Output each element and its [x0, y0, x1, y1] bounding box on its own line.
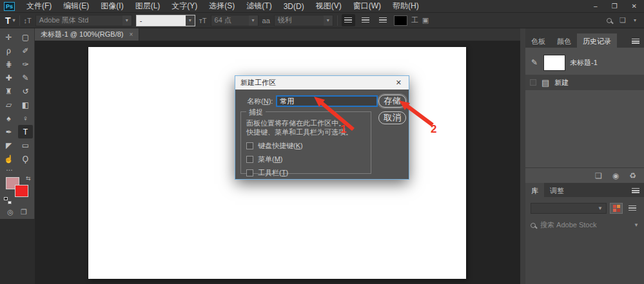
- clone-stamp-tool[interactable]: ♜: [1, 84, 16, 98]
- history-source-well[interactable]: [530, 79, 536, 86]
- delete-state-icon[interactable]: ♻: [629, 171, 636, 180]
- chevron-down-icon: ▼: [598, 205, 603, 211]
- toolbar-option[interactable]: 工具栏(T): [246, 169, 371, 177]
- library-select[interactable]: ▼: [531, 203, 607, 214]
- keyboard-shortcuts-option[interactable]: 键盘快捷键(K): [246, 142, 371, 150]
- menu-window[interactable]: 窗口(W): [347, 1, 387, 12]
- restore-button[interactable]: ❐: [605, 3, 625, 10]
- dodge-tool[interactable]: ♀: [18, 111, 33, 125]
- font-style-select[interactable]: - ▾: [136, 15, 195, 26]
- menu-view[interactable]: 视图(V): [310, 1, 347, 12]
- history-panel: ✎ 未标题-1 ▤ 新建: [525, 48, 644, 167]
- text-color-swatch[interactable]: [394, 15, 407, 26]
- workspace-switcher-icon[interactable]: ❏: [620, 16, 626, 24]
- dialog-close-icon[interactable]: ✕: [394, 79, 404, 87]
- menus-checkbox[interactable]: [246, 156, 253, 163]
- shape-tool[interactable]: ▭: [18, 138, 33, 152]
- tab-history[interactable]: 历史记录: [577, 33, 617, 48]
- hand-tool[interactable]: ☝: [1, 152, 16, 166]
- new-snapshot-icon[interactable]: ◉: [612, 171, 619, 180]
- panel-menu-icon[interactable]: [632, 188, 639, 193]
- background-color-swatch[interactable]: [15, 185, 28, 197]
- panel-menu-icon[interactable]: [632, 39, 639, 44]
- font-family-select[interactable]: Adobe 黑体 Std ▾: [35, 15, 132, 26]
- healing-brush-tool[interactable]: ✚: [1, 71, 16, 84]
- menu-edit[interactable]: 编辑(E): [57, 1, 95, 12]
- zoom-tool[interactable]: Ϙ: [18, 152, 33, 166]
- font-size-icon: ᴛT: [199, 17, 207, 24]
- quick-mask-button[interactable]: ◎: [7, 208, 14, 216]
- menu-help[interactable]: 帮助(H): [387, 1, 425, 12]
- workspace-name-input[interactable]: [276, 95, 378, 107]
- path-selection-tool[interactable]: ◤: [1, 138, 16, 152]
- menu-file[interactable]: 文件(F): [21, 1, 57, 12]
- menu-type[interactable]: 文字(Y): [166, 1, 203, 12]
- panel-gutter[interactable]: [520, 28, 525, 284]
- align-center-button[interactable]: [359, 14, 373, 26]
- document-thumbnail: [543, 55, 565, 71]
- close-document-icon[interactable]: ×: [130, 31, 133, 38]
- keyboard-shortcuts-checkbox[interactable]: [246, 142, 253, 149]
- blur-tool[interactable]: ♠: [1, 111, 16, 125]
- align-right-icon: [379, 17, 387, 24]
- tab-swatches[interactable]: 色板: [525, 33, 551, 48]
- align-right-button[interactable]: [376, 14, 390, 26]
- warp-text-icon[interactable]: 工: [411, 15, 418, 25]
- dialog-title-bar[interactable]: 新建工作区 ✕: [235, 76, 409, 90]
- move-tool[interactable]: ✛: [1, 30, 16, 44]
- screen-mode-button[interactable]: ❐: [21, 208, 27, 216]
- swap-colors-icon[interactable]: ⇆: [26, 175, 31, 182]
- chevron-down-icon: ▼: [634, 222, 639, 228]
- menus-option[interactable]: 菜单(M): [246, 155, 371, 164]
- search-icon[interactable]: [607, 18, 612, 23]
- tab-color[interactable]: 颜色: [551, 33, 577, 48]
- menu-layer[interactable]: 图层(L): [130, 1, 166, 12]
- history-step-label: 新建: [554, 78, 569, 88]
- menu-filter[interactable]: 滤镜(T): [240, 1, 277, 12]
- quick-selection-tool[interactable]: ✐: [18, 44, 33, 57]
- marquee-tool[interactable]: ▢: [18, 30, 33, 44]
- history-source-row[interactable]: ✎ 未标题-1: [525, 52, 644, 73]
- new-document-from-state-icon[interactable]: ❏: [595, 171, 602, 180]
- window-controls: – ❐ ✕: [587, 3, 644, 10]
- history-brush-source-icon[interactable]: ✎: [530, 58, 539, 67]
- history-source-label: 未标题-1: [570, 58, 598, 68]
- minimize-button[interactable]: –: [587, 3, 605, 10]
- menu-3d[interactable]: 3D(D): [278, 2, 310, 11]
- close-window-button[interactable]: ✕: [625, 3, 644, 10]
- eraser-tool[interactable]: ▱: [1, 98, 16, 111]
- save-button[interactable]: 存储: [378, 95, 406, 108]
- gradient-tool[interactable]: ◧: [18, 98, 33, 111]
- pen-tool[interactable]: ✒: [1, 125, 16, 138]
- type-tool[interactable]: T: [18, 125, 33, 138]
- toolbar-checkbox[interactable]: [246, 169, 253, 176]
- align-left-button[interactable]: [342, 14, 355, 26]
- lasso-tool[interactable]: ρ: [1, 44, 16, 57]
- photoshop-window: Ps 文件(F) 编辑(E) 图像(I) 图层(L) 文字(Y) 选择(S) 滤…: [0, 0, 644, 284]
- font-size-select[interactable]: 64 点 ▾: [211, 15, 259, 26]
- library-search-row[interactable]: 搜索 Adobe Stock ▼: [531, 220, 639, 230]
- anti-alias-select[interactable]: 锐利 ▾: [274, 15, 333, 26]
- new-workspace-dialog: 新建工作区 ✕ 名称(N): 存储 取消 捕捉 面板位置将存储在此工作区中。 快…: [235, 76, 409, 179]
- text-orientation-icon[interactable]: ↕T: [24, 17, 32, 24]
- menu-image[interactable]: 图像(I): [95, 1, 129, 12]
- default-colors-icon[interactable]: [4, 197, 12, 204]
- history-brush-tool[interactable]: ↺: [18, 84, 33, 98]
- history-step-row[interactable]: ▤ 新建: [525, 75, 644, 90]
- capture-description: 面板位置将存储在此工作区中。 快捷键、菜单和工具栏为可选项。: [246, 118, 371, 137]
- menu-select[interactable]: 选择(S): [203, 1, 240, 12]
- cancel-button[interactable]: 取消: [378, 111, 406, 124]
- tab-libraries[interactable]: 库: [525, 183, 544, 197]
- grid-view-button[interactable]: [610, 203, 623, 214]
- library-search-placeholder: 搜索 Adobe Stock: [540, 220, 629, 230]
- list-view-button[interactable]: [626, 203, 639, 214]
- align-left-icon: [344, 17, 352, 24]
- brush-tool[interactable]: ✎: [18, 71, 33, 84]
- eyedropper-tool[interactable]: ✑: [18, 57, 33, 71]
- document-tab[interactable]: 未标题-1 @ 100%(RGB/8) ×: [35, 28, 139, 41]
- toggle-panels-icon[interactable]: ▣: [422, 16, 429, 24]
- tab-adjustments[interactable]: 调整: [544, 183, 570, 197]
- type-tool-preset[interactable]: T ▾: [5, 15, 15, 26]
- crop-tool[interactable]: ⋕: [1, 57, 16, 71]
- edit-toolbar-button[interactable]: …: [0, 166, 34, 175]
